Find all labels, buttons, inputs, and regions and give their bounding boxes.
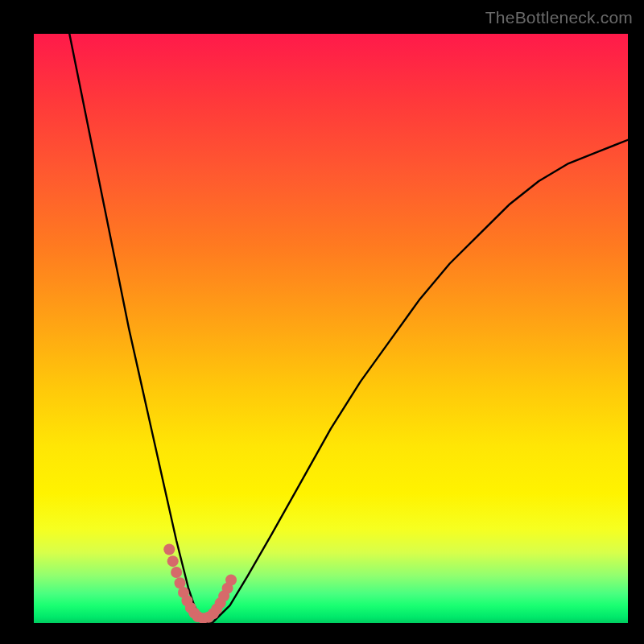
- curve-layer: [34, 34, 628, 623]
- marker-dot: [163, 544, 175, 555]
- plot-area: [34, 34, 628, 623]
- watermark-text: TheBottleneck.com: [485, 8, 633, 27]
- marker-dot: [225, 575, 237, 586]
- bottleneck-curve: [69, 34, 628, 623]
- selected-range-markers: [163, 544, 237, 624]
- marker-dot: [171, 567, 182, 578]
- marker-dot: [167, 555, 179, 567]
- chart-frame: TheBottleneck.com: [0, 0, 644, 644]
